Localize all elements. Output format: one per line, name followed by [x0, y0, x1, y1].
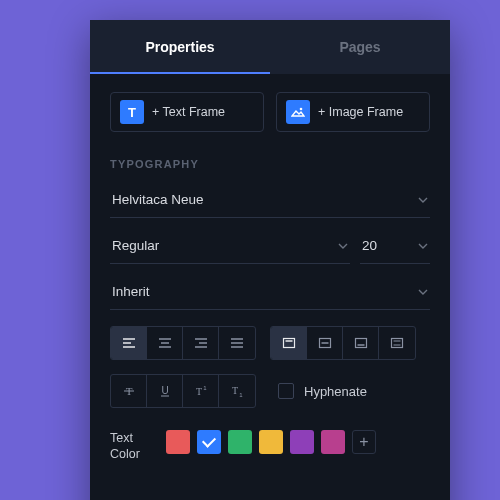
- properties-panel: Properties Pages T + Text Frame + Image …: [90, 20, 450, 500]
- chevron-down-icon: [418, 241, 428, 251]
- strikethrough-button[interactable]: T: [111, 375, 147, 407]
- color-swatch[interactable]: [321, 430, 345, 454]
- alignment-row: [110, 326, 430, 360]
- svg-rect-13: [283, 339, 294, 348]
- select-value: Helvitaca Neue: [112, 192, 204, 207]
- line-height-select[interactable]: Inherit: [110, 276, 430, 310]
- panel-content: T + Text Frame + Image Frame TYPOGRAPHY …: [90, 74, 450, 481]
- text-color-label: Text Color: [110, 430, 150, 463]
- font-size-select[interactable]: 20: [360, 230, 430, 264]
- add-text-frame-button[interactable]: T + Text Frame: [110, 92, 264, 132]
- text-icon: T: [120, 100, 144, 124]
- chevron-down-icon: [338, 241, 348, 251]
- tab-properties[interactable]: Properties: [90, 20, 270, 74]
- underline-button[interactable]: U: [147, 375, 183, 407]
- font-weight-select[interactable]: Regular: [110, 230, 350, 264]
- align-right-button[interactable]: [183, 327, 219, 359]
- text-decoration-group: T U T1 T1: [110, 374, 256, 408]
- frame-buttons: T + Text Frame + Image Frame: [110, 92, 430, 132]
- tab-label: Pages: [339, 39, 380, 55]
- align-left-button[interactable]: [111, 327, 147, 359]
- color-swatch[interactable]: [166, 430, 190, 454]
- tab-label: Properties: [145, 39, 214, 55]
- svg-rect-17: [355, 339, 366, 348]
- color-swatches: +: [166, 430, 376, 454]
- svg-text:1: 1: [239, 392, 243, 398]
- subscript-button[interactable]: T1: [219, 375, 255, 407]
- valign-top-button[interactable]: [271, 327, 307, 359]
- select-value: 20: [362, 238, 377, 253]
- text-align-group: [110, 326, 256, 360]
- panel-tabs: Properties Pages: [90, 20, 450, 74]
- hyphenate-checkbox[interactable]: [278, 383, 294, 399]
- font-family-select[interactable]: Helvitaca Neue: [110, 184, 430, 218]
- vertical-align-group: [270, 326, 416, 360]
- align-justify-button[interactable]: [219, 327, 255, 359]
- svg-text:U: U: [161, 385, 168, 396]
- chevron-down-icon: [418, 287, 428, 297]
- color-swatch[interactable]: [259, 430, 283, 454]
- checkbox-label: Hyphenate: [304, 384, 367, 399]
- valign-stretch-button[interactable]: [379, 327, 415, 359]
- svg-text:T: T: [232, 385, 238, 396]
- superscript-button[interactable]: T1: [183, 375, 219, 407]
- color-swatch[interactable]: [197, 430, 221, 454]
- valign-bottom-button[interactable]: [343, 327, 379, 359]
- image-icon: [286, 100, 310, 124]
- decoration-row: T U T1 T1 Hyphenate: [110, 374, 430, 408]
- svg-text:T: T: [195, 386, 201, 397]
- button-label: + Image Frame: [318, 105, 403, 119]
- hyphenate-option[interactable]: Hyphenate: [278, 383, 367, 399]
- svg-text:1: 1: [203, 385, 207, 391]
- text-color-row: Text Color +: [110, 430, 430, 463]
- align-center-button[interactable]: [147, 327, 183, 359]
- select-value: Inherit: [112, 284, 150, 299]
- tab-pages[interactable]: Pages: [270, 20, 450, 74]
- add-color-button[interactable]: +: [352, 430, 376, 454]
- typography-heading: TYPOGRAPHY: [110, 158, 430, 170]
- add-image-frame-button[interactable]: + Image Frame: [276, 92, 430, 132]
- chevron-down-icon: [418, 195, 428, 205]
- svg-point-0: [300, 108, 303, 111]
- color-swatch[interactable]: [228, 430, 252, 454]
- svg-rect-19: [392, 339, 403, 348]
- valign-middle-button[interactable]: [307, 327, 343, 359]
- button-label: + Text Frame: [152, 105, 225, 119]
- select-value: Regular: [112, 238, 159, 253]
- color-swatch[interactable]: [290, 430, 314, 454]
